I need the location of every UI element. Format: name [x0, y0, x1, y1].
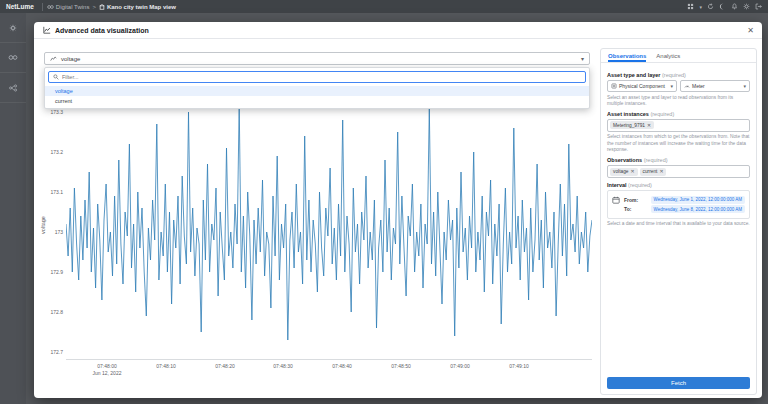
breadcrumb-separator: >: [92, 4, 96, 10]
modal-header: Advanced data visualization ✕: [34, 22, 762, 39]
dark-mode-moon-icon[interactable]: [719, 3, 726, 10]
layer-select[interactable]: Meter ▾: [680, 80, 750, 92]
y-tick: 173.2: [36, 149, 63, 155]
dropdown-option-voltage[interactable]: voltage: [45, 86, 589, 96]
chip-remove-icon[interactable]: ✕: [647, 123, 651, 128]
asset-instances-label-text: Asset instances: [607, 111, 649, 117]
layer-value: Meter: [692, 83, 705, 89]
topbar-actions: ▾: [687, 3, 762, 10]
twin-building-icon: [99, 4, 105, 10]
interval-picker: From: Wednesday, June 1, 2022, 12:00:00:…: [607, 190, 750, 219]
y-tick: 173.1: [36, 189, 63, 195]
query-config-panel: Observations Analytics Asset type and la…: [600, 48, 757, 395]
refresh-icon[interactable]: [707, 3, 714, 10]
topbar: NetLume Digital Twins > Kano city twin M…: [0, 0, 768, 13]
modal-title: Advanced data visualization: [55, 27, 149, 34]
x-tick: 07:48:30: [273, 363, 292, 369]
x-tick: 07:48:10: [156, 363, 175, 369]
observation-chip-label: voltage: [613, 169, 628, 174]
chevron-down-icon: ▾: [670, 84, 673, 89]
required-hint: (required): [662, 72, 686, 78]
breadcrumb-page-label: Kano city twin Map view: [107, 4, 176, 10]
x-tick: 07:48:20: [215, 363, 234, 369]
interval-from-label: From:: [624, 197, 638, 203]
sign-out-icon[interactable]: [755, 3, 762, 10]
digital-twins-icon: [47, 4, 54, 10]
variable-dropdown: voltage current: [44, 67, 590, 109]
settings-gear-icon[interactable]: [743, 3, 750, 10]
tab-observations[interactable]: Observations: [608, 49, 646, 62]
left-sidebar: [0, 13, 26, 404]
x-tick: 07:48:50: [391, 363, 410, 369]
y-axis-title: voltage: [40, 210, 46, 240]
search-icon: [53, 74, 59, 80]
asset-instances-input[interactable]: Metering_9791 ✕: [607, 119, 750, 132]
interval-label-text: Interval: [607, 182, 627, 188]
observations-label-text: Observations: [607, 157, 642, 163]
apps-chevron-down-icon[interactable]: ▾: [699, 4, 702, 10]
interval-label: Interval (required): [607, 182, 750, 188]
y-tick: 172.7: [36, 349, 63, 355]
x-tick-date: Jun 12, 2022: [93, 370, 122, 376]
chart-variable-icon: [50, 55, 57, 62]
y-tick: 172.9: [36, 269, 63, 275]
interval-from-value[interactable]: Wednesday, June 1, 2022, 12:00:00:000 AM: [651, 196, 745, 204]
variable-select-value: voltage: [61, 56, 80, 62]
variable-select[interactable]: voltage ▾: [44, 52, 590, 65]
filter-input[interactable]: [62, 74, 581, 80]
chip-remove-icon[interactable]: ✕: [659, 169, 663, 174]
dropdown-option-current[interactable]: current: [45, 96, 589, 106]
panel-tabs: Observations Analytics: [601, 49, 756, 63]
sidebar-item-digital-twins[interactable]: [0, 43, 26, 73]
brand-logo[interactable]: NetLume: [6, 3, 34, 10]
interval-to-value[interactable]: Wednesday, June 8, 2022, 12:00:00:000 AM: [651, 205, 745, 213]
x-tick: 07:48:00: [97, 363, 116, 369]
chevron-down-icon: ▾: [743, 84, 746, 89]
voltage-series: [66, 100, 592, 360]
physical-component-icon: [611, 83, 617, 89]
required-hint: (required): [644, 157, 668, 163]
advanced-data-visualization-modal: Advanced data visualization ✕ voltage ▾ …: [34, 22, 762, 398]
asset-instances-label: Asset instances (required): [607, 111, 750, 117]
interval-help: Select a date and time interval that is …: [607, 221, 750, 227]
observation-chip: current ✕: [640, 168, 667, 176]
chip-remove-icon[interactable]: ✕: [630, 169, 634, 174]
twins-infinity-icon: [8, 54, 18, 61]
flow-branch-icon: [9, 84, 18, 92]
dropdown-filter[interactable]: [48, 71, 586, 83]
app-canvas: NetLume Digital Twins > Kano city twin M…: [0, 0, 768, 404]
sidebar-item-settings[interactable]: [0, 13, 26, 43]
panel-body: Asset type and layer (required) Physical…: [601, 64, 756, 374]
observations-label: Observations (required): [607, 157, 750, 163]
x-tick: 07:49:10: [509, 363, 528, 369]
observation-chip: voltage ✕: [610, 168, 638, 176]
close-icon[interactable]: ✕: [747, 26, 754, 35]
observations-input[interactable]: voltage ✕ current ✕: [607, 165, 750, 178]
asset-type-value: Physical Component: [619, 83, 665, 89]
chevron-down-icon: ▾: [581, 56, 584, 62]
tab-analytics[interactable]: Analytics: [656, 49, 680, 62]
meter-gauge-icon: [684, 83, 690, 89]
line-chart-icon: [43, 26, 51, 34]
asset-type-label-text: Asset type and layer: [607, 72, 661, 78]
asset-type-select[interactable]: Physical Component ▾: [607, 80, 677, 92]
asset-instances-help: Select instances from which to get the o…: [607, 134, 750, 153]
calendar-icon[interactable]: [612, 194, 620, 215]
asset-type-label: Asset type and layer (required): [607, 72, 750, 78]
gear-icon: [9, 24, 17, 32]
breadcrumb-page[interactable]: Kano city twin Map view: [99, 4, 176, 10]
breadcrumb-digital-twins[interactable]: Digital Twins: [47, 4, 90, 10]
required-hint: (required): [650, 111, 674, 117]
y-tick: 173.3: [36, 109, 63, 115]
fetch-button[interactable]: Fetch: [607, 377, 750, 389]
asset-type-help: Select an asset type and layer to read o…: [607, 95, 750, 107]
instance-chip-label: Metering_9791: [613, 123, 645, 128]
y-tick: 172.8: [36, 309, 63, 315]
sidebar-item-flows[interactable]: [0, 73, 26, 103]
notifications-bell-icon[interactable]: [731, 3, 738, 10]
required-hint: (required): [628, 182, 652, 188]
y-tick: 173: [36, 229, 63, 235]
voltage-timeseries-plot[interactable]: [66, 100, 592, 360]
apps-grid-icon[interactable]: [687, 3, 694, 10]
interval-to-label: To:: [624, 206, 631, 212]
